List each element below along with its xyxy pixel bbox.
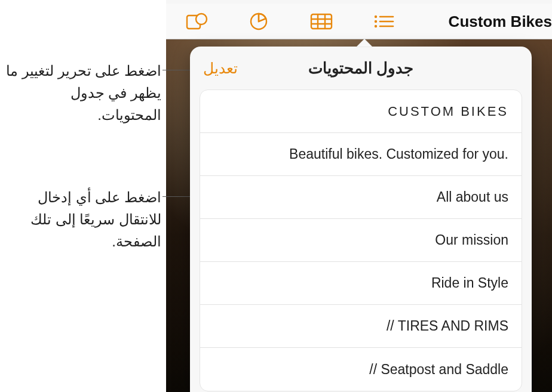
svg-line-4	[259, 18, 266, 21]
toc-icon	[372, 13, 395, 30]
toc-entry[interactable]: Ride in Style	[200, 262, 522, 305]
svg-point-14	[375, 24, 377, 27]
toc-entry[interactable]: Our mission	[200, 219, 522, 262]
toolbar: Custom Bikes	[166, 4, 552, 39]
edit-button[interactable]: تعديل	[203, 47, 238, 89]
toc-popover: تعديل جدول المحتويات CUSTOM BIKES Beauti…	[190, 47, 532, 392]
svg-point-10	[375, 15, 377, 17]
svg-point-12	[375, 20, 377, 22]
callout-edit: اضغط على تحرير لتغيير ما يظهر في جدول ال…	[6, 60, 161, 126]
popover-header: تعديل جدول المحتويات	[190, 47, 532, 89]
chart-icon	[249, 12, 270, 31]
svg-point-1	[196, 14, 207, 24]
toc-entry[interactable]: Beautiful bikes. Customized for you.	[200, 133, 522, 176]
insert-chart-button[interactable]	[246, 10, 272, 33]
toc-list: CUSTOM BIKES Beautiful bikes. Customized…	[200, 89, 522, 391]
toc-entry[interactable]: // Seatpost and Saddle	[200, 348, 522, 391]
document-title: Custom Bikes	[449, 4, 552, 39]
callout-entry: اضغط على أي إدخال للانتقال سريعًا إلى تل…	[6, 186, 161, 253]
table-icon	[309, 13, 333, 30]
toc-entry[interactable]: // TIRES AND RIMS	[200, 305, 522, 348]
shape-icon	[185, 12, 209, 31]
insert-shape-button[interactable]	[184, 10, 210, 33]
table-of-contents-button[interactable]	[370, 10, 397, 33]
popover-title: جدول المحتويات	[308, 59, 413, 78]
toc-entry[interactable]: All about us	[200, 176, 522, 219]
svg-rect-5	[311, 14, 332, 29]
toc-entry[interactable]: CUSTOM BIKES	[200, 90, 522, 133]
insert-table-button[interactable]	[308, 10, 335, 33]
